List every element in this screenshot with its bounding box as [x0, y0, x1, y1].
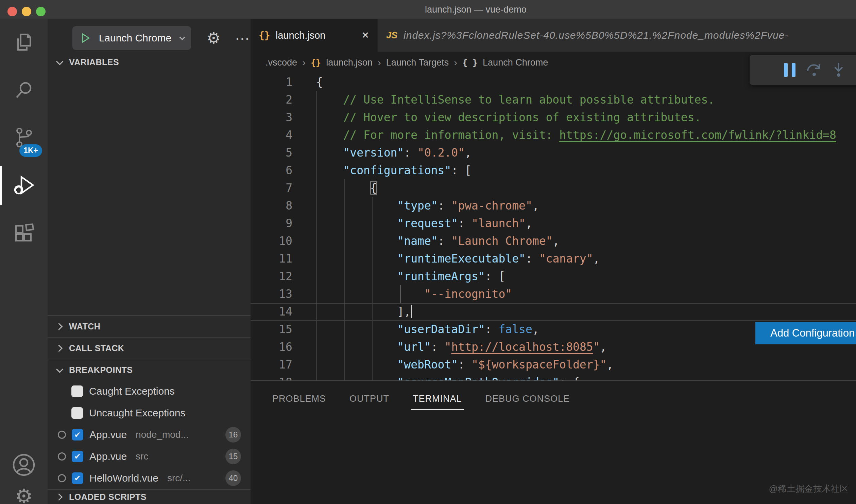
code-line[interactable]: 9 "request": "launch",: [251, 215, 856, 232]
account-icon[interactable]: [0, 446, 48, 484]
tab-debug-console[interactable]: DEBUG CONSOLE: [485, 394, 570, 404]
breadcrumb-separator: ›: [454, 57, 457, 68]
code-line[interactable]: 8 "type": "pwa-chrome",: [251, 197, 856, 215]
debug-toolbar: [750, 55, 856, 85]
line-number: 18: [251, 374, 292, 380]
line-number: 6: [251, 162, 292, 179]
breadcrumb-separator: ›: [302, 57, 306, 68]
tab-terminal[interactable]: TERMINAL: [413, 394, 462, 404]
checkbox-checked[interactable]: ✔: [72, 429, 83, 440]
debug-sidebar-toolbar: Launch Chrome ⚙ ⋯: [48, 19, 251, 51]
source-control-badge: 1K+: [19, 144, 42, 157]
breakpoint-row[interactable]: ✔ HelloWorld.vue src/... 40: [48, 467, 251, 489]
editor-area: {} launch.json ✕ JS index.js?%3FclonedRu…: [251, 19, 856, 504]
line-number: 16: [251, 338, 292, 356]
list-item-uncaught-exceptions[interactable]: Uncaught Exceptions: [48, 402, 251, 424]
breadcrumb-launch-chrome[interactable]: Launch Chrome: [483, 57, 548, 68]
step-into-button[interactable]: [830, 61, 848, 79]
code-line[interactable]: 2 // Use IntelliSense to learn about pos…: [251, 91, 856, 109]
checkbox-unchecked[interactable]: [71, 385, 83, 397]
code-line[interactable]: 4 // For more information, visit: https:…: [251, 126, 856, 144]
extensions-icon[interactable]: [0, 209, 48, 257]
text-cursor: [411, 305, 412, 318]
close-tab-icon[interactable]: ✕: [355, 30, 369, 41]
line-number: 9: [251, 215, 292, 232]
breakpoint-row[interactable]: ✔ App.vue node_mod... 16: [48, 424, 251, 446]
section-loaded-scripts[interactable]: LOADED SCRIPTS: [48, 489, 251, 504]
maximize-window-button[interactable]: [36, 7, 46, 16]
section-call-stack[interactable]: CALL STACK: [48, 337, 251, 359]
minimize-window-button[interactable]: [22, 7, 31, 16]
breadcrumb-vscode[interactable]: .vscode: [266, 57, 297, 68]
vscode-window: launch.json — vue-demo 1K+: [0, 0, 856, 504]
code-line[interactable]: 10 "name": "Launch Chrome",: [251, 232, 856, 250]
code-line[interactable]: 12 "runtimeArgs": [: [251, 268, 856, 285]
debug-sidebar: Launch Chrome ⚙ ⋯ VARIABLES WATCH CALL S…: [48, 19, 251, 504]
object-braces-icon: { }: [462, 58, 478, 68]
line-number: 3: [251, 109, 292, 126]
line-number: 5: [251, 144, 292, 162]
tab-launch-json[interactable]: {} launch.json ✕: [251, 19, 377, 52]
more-actions-icon[interactable]: ⋯: [235, 30, 251, 47]
line-number: 11: [251, 250, 292, 268]
drag-grip-icon[interactable]: [756, 61, 774, 79]
line-number-badge: 40: [225, 470, 241, 486]
line-number-badge: 15: [225, 449, 241, 464]
code-line[interactable]: 6 "configurations": [: [251, 162, 856, 179]
breadcrumb-separator: ›: [378, 57, 381, 68]
launch-config-label: Launch Chrome: [91, 32, 179, 44]
js-file-icon: JS: [386, 30, 397, 41]
bottom-panel: PROBLEMS OUTPUT TERMINAL DEBUG CONSOLE @…: [251, 380, 856, 504]
section-breakpoints[interactable]: BREAKPOINTS: [48, 359, 251, 380]
step-over-button[interactable]: [805, 61, 823, 79]
checkbox-checked[interactable]: ✔: [72, 451, 83, 462]
source-control-icon[interactable]: 1K+: [0, 114, 48, 162]
line-number: 4: [251, 126, 292, 144]
launch-config-dropdown[interactable]: Launch Chrome: [72, 26, 191, 50]
add-configuration-button[interactable]: Add Configuration: [755, 322, 856, 344]
section-variables[interactable]: VARIABLES: [48, 51, 251, 73]
pause-button[interactable]: [781, 61, 799, 79]
breadcrumb-launch-json[interactable]: launch.json: [326, 57, 373, 68]
watermark: @稀土掘金技术社区: [769, 483, 849, 495]
breakpoint-row[interactable]: ✔ App.vue src 15: [48, 446, 251, 467]
json-braces-icon: {}: [311, 58, 321, 68]
code-line[interactable]: 17 "webRoot": "${workspaceFolder}",: [251, 356, 856, 374]
tab-index-js[interactable]: JS index.js?%3FclonedRuleSet-40.use%5B0%…: [378, 19, 856, 52]
chevron-right-icon: [55, 493, 63, 500]
code-line[interactable]: 14 ],: [251, 303, 856, 321]
start-debug-icon[interactable]: [80, 33, 91, 43]
run-and-debug-icon[interactable]: [0, 162, 48, 209]
list-item-caught-exceptions[interactable]: Caught Exceptions: [48, 380, 251, 402]
checkbox-checked[interactable]: ✔: [72, 472, 83, 484]
breakpoints-list: Caught Exceptions Uncaught Exceptions ✔ …: [48, 380, 251, 489]
code-line[interactable]: 5 "version": "0.2.0",: [251, 144, 856, 162]
breadcrumb-launch-targets[interactable]: Launch Targets: [386, 57, 449, 68]
editor-tabbar: {} launch.json ✕ JS index.js?%3FclonedRu…: [251, 19, 856, 52]
search-icon[interactable]: [0, 67, 48, 114]
chevron-right-icon: [55, 323, 63, 330]
configure-gear-icon[interactable]: ⚙: [207, 29, 221, 47]
window-title: launch.json — vue-demo: [425, 4, 527, 15]
tab-problems[interactable]: PROBLEMS: [272, 394, 326, 404]
tab-output[interactable]: OUTPUT: [349, 394, 389, 404]
line-number-badge: 16: [225, 427, 241, 443]
close-window-button[interactable]: [7, 7, 17, 16]
settings-gear-icon[interactable]: ⚙: [0, 484, 48, 504]
code-line[interactable]: 13 "--incognito": [251, 285, 856, 303]
line-number: 7: [251, 179, 292, 197]
code-line[interactable]: 3 // Hover to view descriptions of exist…: [251, 109, 856, 126]
explorer-icon[interactable]: [0, 19, 48, 67]
section-watch[interactable]: WATCH: [48, 315, 251, 337]
titlebar: launch.json — vue-demo: [0, 0, 856, 19]
json-file-icon: {}: [259, 30, 270, 41]
panel-tabbar: PROBLEMS OUTPUT TERMINAL DEBUG CONSOLE: [251, 381, 856, 416]
code-line[interactable]: 7 {: [251, 179, 856, 197]
code-line[interactable]: 18 "sourceMapPathOverrides": {: [251, 374, 856, 380]
code-line[interactable]: 11 "runtimeExecutable": "canary",: [251, 250, 856, 268]
line-number: 10: [251, 232, 292, 250]
step-out-button[interactable]: [854, 61, 856, 79]
checkbox-unchecked[interactable]: [71, 407, 83, 419]
line-number: 8: [251, 197, 292, 215]
line-number: 13: [251, 285, 292, 303]
